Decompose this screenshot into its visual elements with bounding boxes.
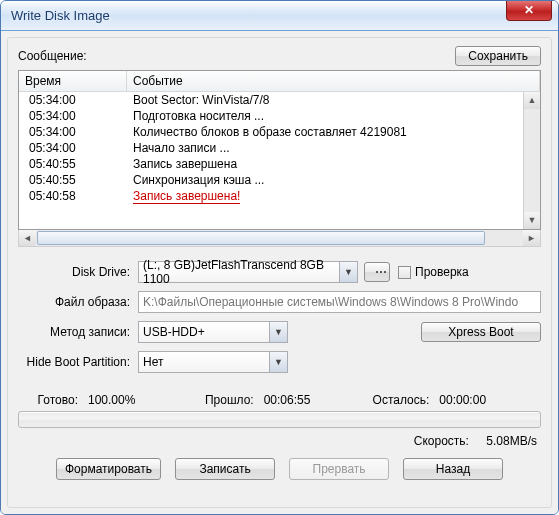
log-event: Подготовка носителя ... [133, 109, 534, 123]
log-table: Время Событие 05:34:00Boot Sector: WinVi… [18, 70, 541, 230]
xpress-boot-button[interactable]: Xpress Boot [421, 322, 541, 342]
disk-drive-combo[interactable]: (L:, 8 GB)JetFlashTranscend 8GB 1100 ▼ [138, 261, 358, 283]
verify-label: Проверка [415, 265, 469, 279]
elapsed-value: 00:06:55 [264, 393, 311, 407]
log-time: 05:34:00 [25, 109, 133, 123]
log-time: 05:40:58 [25, 189, 133, 204]
column-event[interactable]: Событие [127, 71, 540, 91]
progress-bar [18, 411, 541, 428]
window-title: Write Disk Image [11, 8, 110, 23]
image-file-label: Файл образа: [18, 295, 138, 309]
back-button[interactable]: Назад [403, 458, 503, 480]
scroll-up-icon[interactable]: ▲ [524, 92, 540, 109]
column-time[interactable]: Время [19, 71, 127, 91]
horizontal-scrollbar[interactable]: ◄ ► [18, 230, 541, 247]
log-time: 05:40:55 [25, 173, 133, 187]
log-row[interactable]: 05:34:00Количество блоков в образе соста… [19, 124, 540, 140]
chevron-down-icon[interactable]: ▼ [269, 322, 287, 342]
format-button[interactable]: Форматировать [56, 458, 161, 480]
write-method-combo[interactable]: USB-HDD+ ▼ [138, 321, 288, 343]
log-event: Количество блоков в образе составляет 42… [133, 125, 534, 139]
titlebar[interactable]: Write Disk Image ✕ [1, 1, 558, 31]
log-event: Начало записи ... [133, 141, 534, 155]
remain-label: Осталось: [369, 393, 429, 407]
vertical-scrollbar[interactable]: ▲ ▼ [523, 92, 540, 229]
elapsed-label: Прошло: [194, 393, 254, 407]
scroll-left-icon[interactable]: ◄ [19, 230, 36, 246]
drive-browse-button[interactable]: ⋯ [364, 262, 390, 282]
log-event: Boot Sector: WinVista/7/8 [133, 93, 534, 107]
log-time: 05:34:00 [25, 93, 133, 107]
ready-label: Готово: [18, 393, 78, 407]
scroll-down-icon[interactable]: ▼ [524, 212, 540, 229]
log-row[interactable]: 05:34:00Подготовка носителя ... [19, 108, 540, 124]
ready-value: 100.00% [88, 393, 135, 407]
log-time: 05:40:55 [25, 157, 133, 171]
scroll-right-icon[interactable]: ► [523, 230, 540, 246]
close-button[interactable]: ✕ [506, 1, 552, 21]
image-file-field[interactable]: K:\Файлы\Операционные системы\Windows 8\… [138, 291, 541, 313]
message-label: Сообщение: [18, 49, 455, 63]
verify-checkbox[interactable] [398, 266, 411, 279]
log-row[interactable]: 05:40:55Запись завершена [19, 156, 540, 172]
log-row[interactable]: 05:34:00Boot Sector: WinVista/7/8 [19, 92, 540, 108]
log-row[interactable]: 05:34:00Начало записи ... [19, 140, 540, 156]
chevron-down-icon[interactable]: ▼ [339, 262, 357, 282]
log-event: Запись завершена! [133, 189, 534, 204]
speed-value: 5.08MB/s [486, 434, 537, 448]
log-event: Синхронизация кэша ... [133, 173, 534, 187]
remain-value: 00:00:00 [439, 393, 486, 407]
disk-drive-label: Disk Drive: [18, 265, 138, 279]
write-button[interactable]: Записать [175, 458, 275, 480]
log-time: 05:34:00 [25, 125, 133, 139]
speed-label: Скорость: [379, 434, 469, 448]
abort-button: Прервать [289, 458, 389, 480]
chevron-down-icon[interactable]: ▼ [269, 352, 287, 372]
save-button[interactable]: Сохранить [455, 46, 541, 66]
log-row[interactable]: 05:40:55Синхронизация кэша ... [19, 172, 540, 188]
log-row[interactable]: 05:40:58Запись завершена! [19, 188, 540, 205]
log-event: Запись завершена [133, 157, 534, 171]
hide-boot-label: Hide Boot Partition: [18, 355, 138, 369]
log-time: 05:34:00 [25, 141, 133, 155]
hide-boot-combo[interactable]: Нет ▼ [138, 351, 288, 373]
scrollbar-thumb[interactable] [37, 231, 485, 245]
write-method-label: Метод записи: [18, 325, 138, 339]
